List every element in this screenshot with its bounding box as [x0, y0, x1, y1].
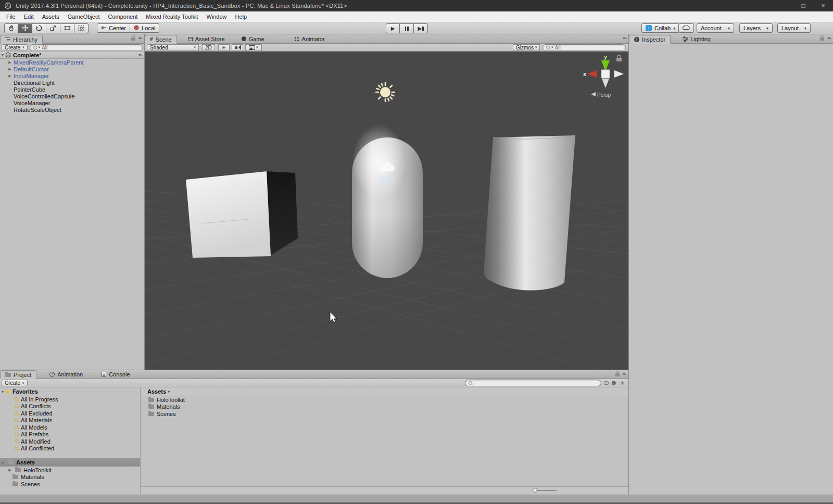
- transform-tool-button[interactable]: [74, 23, 89, 33]
- lock-icon[interactable]: [131, 37, 135, 41]
- step-button[interactable]: ▶: [414, 23, 428, 33]
- menu-mixed-reality-toolkit[interactable]: Mixed Reality Toolkit: [142, 11, 202, 22]
- tree-item-holotoolkit[interactable]: ▶ HoloToolkit: [0, 467, 140, 474]
- layout-dropdown[interactable]: Layout ▾: [777, 23, 811, 33]
- gizmos-dropdown[interactable]: Gizmos ▾: [513, 44, 540, 51]
- foldout-open-icon[interactable]: ▼: [0, 461, 5, 464]
- minimize-button[interactable]: –: [774, 0, 793, 11]
- hierarchy-create-button[interactable]: Create ▾: [2, 44, 28, 51]
- cube-object[interactable]: [186, 171, 298, 258]
- 2d-toggle-button[interactable]: 2D: [202, 44, 215, 51]
- project-search-input[interactable]: [465, 380, 601, 386]
- search-by-type-icon[interactable]: [604, 381, 609, 385]
- collab-button[interactable]: ↑ Collab ▾: [641, 23, 679, 33]
- favorite-all-materials[interactable]: All Materials: [0, 417, 140, 424]
- sun-light-gizmo[interactable]: [376, 83, 395, 102]
- scene-viewport[interactable]: y x Persp: [145, 52, 628, 370]
- rotation-toggle-button[interactable]: Local: [130, 23, 159, 33]
- asset-folder-scenes[interactable]: Scenes: [141, 410, 628, 418]
- tab-console[interactable]: Console: [97, 370, 134, 379]
- foldout-closed-icon[interactable]: ▶: [7, 67, 12, 71]
- tab-asset-store[interactable]: Asset Store: [183, 34, 230, 43]
- menu-file[interactable]: File: [2, 11, 20, 22]
- menu-help[interactable]: Help: [231, 11, 251, 22]
- favorite-all-excluded[interactable]: All Excluded: [0, 410, 140, 417]
- tab-animator[interactable]: Animator: [290, 34, 330, 43]
- pivot-toggle-button[interactable]: Center: [97, 23, 130, 33]
- tree-item-scenes[interactable]: Scenes: [0, 481, 140, 488]
- menu-edit[interactable]: Edit: [20, 11, 38, 22]
- persp-label[interactable]: Persp: [597, 92, 611, 98]
- search-by-label-icon[interactable]: [612, 381, 616, 385]
- rotate-tool-button[interactable]: [32, 23, 46, 33]
- tab-inspector[interactable]: i Inspector: [629, 35, 671, 44]
- foldout-closed-icon[interactable]: ▶: [7, 74, 12, 78]
- favorites-header[interactable]: ▼ ★ Favorites: [0, 387, 140, 396]
- lock-icon[interactable]: [615, 373, 620, 376]
- foldout-open-icon[interactable]: ▼: [0, 390, 5, 394]
- tree-item-materials[interactable]: Materials: [0, 474, 140, 481]
- thumbnail-zoom-slider[interactable]: [534, 490, 557, 491]
- hierarchy-search-input[interactable]: ▾ All: [30, 44, 143, 51]
- tab-hierarchy[interactable]: Hierarchy: [0, 35, 43, 44]
- tab-scene[interactable]: # Scene: [145, 35, 177, 44]
- foldout-closed-icon[interactable]: ▶: [7, 468, 12, 472]
- menu-component[interactable]: Component: [104, 11, 142, 22]
- panel-menu-icon[interactable]: ▾≡: [138, 36, 142, 41]
- menu-gameobject[interactable]: GameObject: [64, 11, 104, 22]
- hand-tool-button[interactable]: [4, 23, 18, 33]
- lighting-toggle-button[interactable]: ☀: [218, 44, 230, 51]
- tab-project[interactable]: Project: [0, 370, 36, 379]
- hierarchy-item-directional-light[interactable]: Directional Light: [0, 79, 144, 86]
- assets-root-row[interactable]: ▼ Assets: [0, 458, 140, 467]
- menu-window[interactable]: Window: [202, 11, 231, 22]
- layers-dropdown[interactable]: Layers ▾: [739, 23, 773, 33]
- cylinder-object[interactable]: [484, 135, 575, 291]
- favorite-all-modified[interactable]: All Modified: [0, 438, 140, 445]
- hierarchy-item-inputmanager[interactable]: ▶ InputManager: [0, 72, 144, 79]
- favorite-all-models[interactable]: All Models: [0, 424, 140, 431]
- favorite-all-in-progress[interactable]: All In Progress: [0, 396, 140, 403]
- maximize-button[interactable]: □: [793, 0, 813, 11]
- tab-animation[interactable]: Animation: [45, 370, 87, 379]
- breadcrumb-assets[interactable]: Assets: [147, 388, 166, 395]
- scene-menu-icon[interactable]: ▾≡: [138, 53, 142, 57]
- close-button[interactable]: ×: [813, 0, 833, 11]
- panel-menu-icon[interactable]: ▾≡: [623, 372, 626, 376]
- slider-knob[interactable]: [533, 488, 537, 493]
- hierarchy-item-mixedrealitycameraparent[interactable]: ▶ MixedRealityCameraParent: [0, 59, 144, 66]
- panel-menu-icon[interactable]: ▾≡: [827, 36, 831, 41]
- hierarchy-item-pointercube[interactable]: PointerCube: [0, 86, 144, 93]
- scene-search-input[interactable]: ▾ All: [542, 44, 626, 51]
- lock-icon[interactable]: [820, 37, 824, 41]
- hierarchy-item-voicemanager[interactable]: VoiceManager: [0, 99, 144, 106]
- panel-menu-icon[interactable]: ▾≡: [623, 36, 626, 41]
- asset-folder-holotoolkit[interactable]: HoloToolkit: [141, 396, 628, 404]
- scale-tool-button[interactable]: [46, 23, 60, 33]
- hierarchy-item-defaultcursor[interactable]: ▶ DefaultCursor: [0, 66, 144, 72]
- hierarchy-item-voicecontrolledcapsule[interactable]: VoiceControlledCapsule: [0, 93, 144, 99]
- draw-mode-dropdown[interactable]: Shaded ▾: [147, 44, 199, 51]
- tab-game[interactable]: Game: [237, 34, 269, 43]
- saved-search-star-icon[interactable]: ★: [620, 380, 625, 386]
- effects-dropdown-button[interactable]: ▾: [245, 44, 262, 51]
- scene-header-row[interactable]: ▼ Complete* ▾≡: [0, 52, 144, 59]
- account-dropdown[interactable]: Account ▾: [697, 23, 734, 33]
- menu-assets[interactable]: Assets: [38, 11, 64, 22]
- foldout-closed-icon[interactable]: ▶: [7, 60, 12, 65]
- asset-folder-materials[interactable]: Materials: [141, 404, 628, 411]
- audio-toggle-button[interactable]: [232, 44, 243, 51]
- cloud-button[interactable]: [678, 23, 694, 33]
- foldout-open-icon[interactable]: ▼: [0, 53, 5, 57]
- gizmo-center-cube[interactable]: [601, 70, 610, 78]
- rect-tool-button[interactable]: [60, 23, 74, 33]
- favorite-all-conflicts[interactable]: All Conflicts: [0, 403, 140, 410]
- pause-button[interactable]: [400, 23, 414, 33]
- move-tool-button[interactable]: [18, 23, 32, 33]
- project-create-button[interactable]: Create ▾: [2, 380, 28, 386]
- favorite-all-prefabs[interactable]: All Prefabs: [0, 431, 140, 438]
- play-button[interactable]: ▶: [386, 23, 400, 33]
- hierarchy-item-rotatescaleobject[interactable]: RotateScaleObject: [0, 106, 144, 113]
- tab-lighting[interactable]: Lighting: [678, 34, 715, 43]
- favorite-all-conflicted[interactable]: All Conflicted: [0, 445, 140, 452]
